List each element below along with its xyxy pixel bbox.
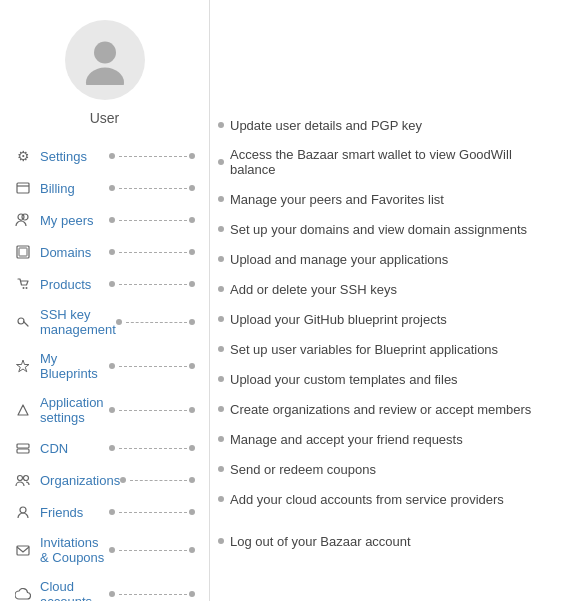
peers-label: My peers [40, 213, 109, 228]
content-desc-products: Upload and manage your applications [230, 252, 448, 267]
nav-list: Settings Billing [0, 140, 209, 601]
sidebar-item-cdn[interactable]: CDN [0, 432, 209, 464]
products-icon [14, 275, 32, 293]
dot-end [189, 185, 195, 191]
content-rows: Update user details and PGP key Access t… [210, 0, 574, 556]
ssh-label: SSH key management [40, 307, 116, 337]
invitations-icon [14, 541, 32, 559]
sidebar-item-organizations[interactable]: Organizations [0, 464, 209, 496]
dot-connector [218, 122, 224, 128]
sidebar-item-settings[interactable]: Settings [0, 140, 209, 172]
svg-rect-10 [17, 449, 29, 453]
content-desc-settings: Update user details and PGP key [230, 118, 422, 133]
content-row-peers: Manage your peers and Favorites list [210, 184, 574, 214]
content-desc-invitations: Send or redeem coupons [230, 462, 376, 477]
sidebar-item-invitations[interactable]: Invitations & Coupons [0, 528, 209, 572]
dot-line [119, 252, 188, 253]
cloud-icon [14, 585, 32, 601]
dot-end [189, 153, 195, 159]
user-label: User [90, 110, 120, 126]
billing-icon [14, 179, 32, 197]
sidebar-item-friends[interactable]: Friends [0, 496, 209, 528]
dot-start [109, 185, 115, 191]
content-row-organizations: Create organizations and review or accep… [210, 394, 574, 424]
organizations-icon [14, 471, 32, 489]
dot-end [189, 217, 195, 223]
content-desc-organizations: Create organizations and review or accep… [230, 402, 531, 417]
organizations-label: Organizations [40, 473, 120, 488]
content-desc-friends: Manage and accept your friend requests [230, 432, 463, 447]
dot-end [189, 477, 195, 483]
dot-line [119, 156, 188, 157]
dot-connector [218, 436, 224, 442]
dot-end [189, 547, 195, 553]
content-row-domains: Set up your domains and view domain assi… [210, 214, 574, 244]
dot-line [119, 188, 188, 189]
dot-line [126, 322, 187, 323]
dot-end [189, 407, 195, 413]
dot-line [119, 220, 188, 221]
dot-line [119, 594, 188, 595]
content-row-cloud: Add your cloud accounts from service pro… [210, 484, 574, 514]
sidebar-item-application-settings[interactable]: Application settings [0, 388, 209, 432]
content-row-settings: Update user details and PGP key [210, 110, 574, 140]
ssh-icon [14, 313, 32, 331]
content-desc-billing: Access the Bazaar smart wallet to view G… [230, 147, 558, 177]
content-row-friends: Manage and accept your friend requests [210, 424, 574, 454]
dot-end [189, 591, 195, 597]
sidebar-item-ssh[interactable]: SSH key management [0, 300, 209, 344]
settings-icon [14, 147, 32, 165]
sidebar-item-blueprints[interactable]: My Blueprints [0, 344, 209, 388]
blueprints-label: My Blueprints [40, 351, 109, 381]
content-desc-appsettings: Set up user variables for Blueprint appl… [230, 342, 498, 357]
cloud-accounts-label: Cloud accounts [40, 579, 109, 601]
dot-start [109, 591, 115, 597]
dot-start [109, 363, 115, 369]
dot-end [189, 445, 195, 451]
svg-rect-14 [17, 546, 29, 555]
dot-connector [218, 466, 224, 472]
content-row-products: Upload and manage your applications [210, 244, 574, 274]
dot-connector [218, 496, 224, 502]
settings-label: Settings [40, 149, 109, 164]
svg-point-6 [23, 287, 25, 289]
dot-connector [218, 286, 224, 292]
sidebar-item-my-peers[interactable]: My peers [0, 204, 209, 236]
content-desc-cloud: Add your cloud accounts from service pro… [230, 492, 504, 507]
sidebar-item-domains[interactable]: Domains [0, 236, 209, 268]
dot-connector [218, 376, 224, 382]
appsettings-icon [14, 401, 32, 419]
blueprints-icon [14, 357, 32, 375]
dot-start [109, 407, 115, 413]
main-layout: User Settings Billing [0, 0, 574, 601]
content-panel: Update user details and PGP key Access t… [210, 0, 574, 601]
dot-line [119, 512, 188, 513]
billing-label: Billing [40, 181, 109, 196]
dot-connector [218, 159, 224, 165]
invitations-label: Invitations & Coupons [40, 535, 109, 565]
dot-start [109, 153, 115, 159]
domains-label: Domains [40, 245, 109, 260]
svg-point-8 [18, 318, 24, 324]
dot-line [119, 410, 188, 411]
dot-end [189, 319, 195, 325]
svg-point-11 [18, 476, 23, 481]
sidebar-item-products[interactable]: Products [0, 268, 209, 300]
dot-connector [218, 226, 224, 232]
dot-start [109, 509, 115, 515]
content-row-blueprints: Upload your GitHub blueprint projects [210, 304, 574, 334]
dot-connector [218, 538, 224, 544]
content-desc-peers: Manage your peers and Favorites list [230, 192, 444, 207]
svg-point-0 [94, 42, 116, 64]
content-row-billing: Access the Bazaar smart wallet to view G… [210, 140, 574, 184]
content-row-cdn: Upload your custom templates and files [210, 364, 574, 394]
dot-line [119, 550, 188, 551]
dot-start [116, 319, 122, 325]
avatar [65, 20, 145, 100]
dot-start [109, 217, 115, 223]
content-desc-ssh: Add or delete your SSH keys [230, 282, 397, 297]
friends-icon [14, 503, 32, 521]
sidebar-item-cloud-accounts[interactable]: Cloud accounts [0, 572, 209, 601]
sidebar-item-billing[interactable]: Billing [0, 172, 209, 204]
content-row-appsettings: Set up user variables for Blueprint appl… [210, 334, 574, 364]
